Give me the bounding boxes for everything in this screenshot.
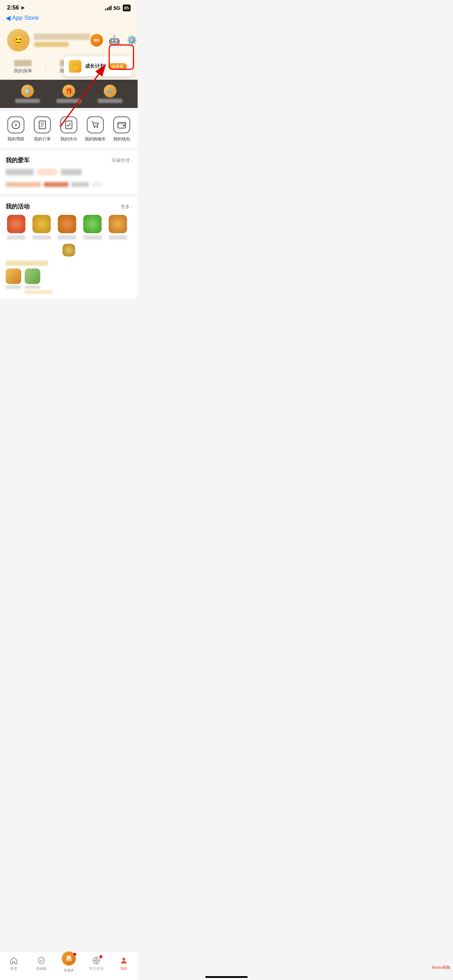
checkin-label: 签到 [94, 38, 100, 42]
car-action-4-blurred [92, 182, 102, 187]
action-todo[interactable]: 我的待办 [56, 116, 82, 142]
banner-text-2-blurred [56, 99, 81, 103]
profile-top: 😊 签到 🤖 ⚙️ [7, 29, 130, 51]
banner-item-2[interactable]: 🎁 [56, 85, 81, 103]
sub-activity-section [6, 261, 132, 294]
activity-icon-2 [32, 215, 51, 233]
sub-item-1[interactable] [6, 269, 21, 294]
bottom-spacer [0, 298, 138, 326]
claims-icon: ¥ [11, 120, 21, 129]
activities-more-chevron: › [130, 204, 132, 209]
banner-text-3-blurred [98, 99, 122, 103]
cart-icon [91, 120, 100, 129]
sub-bar-extra [25, 290, 53, 294]
activity-label-5-blurred [109, 235, 127, 240]
signal-bars [105, 6, 111, 10]
car-more-chevron: › [130, 158, 132, 163]
back-chevron-icon: ◀ [6, 14, 11, 22]
nav-bar: ◀ App Store [0, 13, 138, 25]
tooltip-text-area: 成长计划 [85, 63, 105, 70]
activities-more-label: 更多 [121, 204, 130, 210]
checkin-button[interactable]: 签到 [90, 34, 103, 46]
avatar[interactable]: 😊 [7, 29, 30, 51]
activity-icon-4 [83, 215, 102, 233]
signal-bar-2 [107, 8, 108, 10]
avatar-emoji: 😊 [12, 35, 25, 46]
activity-icon-1 [7, 215, 25, 233]
banner-item-1[interactable]: 🛡️ [15, 85, 40, 103]
car-section-header: 我的爱车 车辆管理 › [6, 156, 132, 164]
sub-icon-1 [6, 269, 21, 284]
activity-item-1[interactable] [6, 215, 27, 240]
action-orders[interactable]: 我的订单 [29, 116, 56, 142]
banner-icon-2: 🎁 [62, 85, 75, 97]
policy-label: 我的保单 [14, 68, 32, 74]
car-extra-blurred [61, 169, 82, 175]
status-right: 5G 85 [105, 5, 130, 11]
cart-icon-wrap [87, 116, 104, 134]
car-tag-blurred [37, 169, 58, 176]
todo-label: 我的待办 [60, 136, 77, 142]
status-bar: 2:56 ➤ 5G 85 [0, 0, 138, 13]
my-activities-section: 我的活动 更多 › [0, 197, 138, 298]
activity-icon-sub [62, 244, 75, 256]
svg-text:¥: ¥ [14, 123, 17, 128]
activity-item-5[interactable] [107, 215, 129, 240]
activity-icon-3 [58, 215, 76, 233]
activity-item-3[interactable] [56, 215, 78, 240]
car-row-1 [6, 169, 132, 176]
cart-label: 我的购物车 [85, 136, 106, 142]
banner-item-3[interactable]: 🔗 [98, 85, 122, 103]
action-claims[interactable]: ¥ 我的理赔 [3, 116, 29, 142]
svg-point-10 [97, 127, 98, 128]
signal-bar-1 [105, 9, 106, 10]
status-time: 2:56 ➤ [7, 4, 25, 11]
profile-section: 😊 签到 🤖 ⚙️ 👋 成长计划 [0, 25, 138, 57]
claims-label: 我的理赔 [7, 136, 24, 142]
sub-items-row [6, 269, 132, 294]
robot-button[interactable]: 🤖 [108, 34, 121, 46]
sub-icon-2 [25, 269, 40, 284]
banner-icon-3: 🔗 [104, 85, 116, 97]
profile-left: 😊 [7, 29, 90, 51]
growth-plan-tooltip[interactable]: 👋 成长计划 去查看 [64, 56, 132, 76]
robot-icon: 🤖 [109, 35, 120, 46]
settings-icon: ⚙️ [127, 35, 137, 45]
profile-tag-blurred [34, 42, 69, 47]
back-label: App Store [12, 14, 39, 22]
todo-icon [64, 120, 73, 129]
hi-emoji: 👋 [71, 62, 80, 70]
tooltip-icon: 👋 [69, 60, 81, 73]
car-model-blurred [6, 169, 34, 175]
action-wallet[interactable]: 我的钱包 [108, 116, 135, 142]
car-row-2 [6, 182, 132, 187]
sub-bar-2 [25, 285, 40, 289]
tooltip-title: 成长计划 [85, 63, 105, 70]
network-type: 5G [114, 5, 121, 11]
sub-bar-1 [6, 285, 21, 289]
claims-icon-wrap: ¥ [7, 116, 24, 134]
activity-item-4[interactable] [82, 215, 103, 240]
activity-label-2-blurred [32, 235, 51, 240]
activities-section-more[interactable]: 更多 › [121, 204, 132, 210]
profile-name-blurred [34, 33, 90, 40]
action-cart[interactable]: 我的购物车 [82, 116, 108, 142]
time-display: 2:56 [7, 4, 19, 11]
back-button[interactable]: ◀ App Store [6, 14, 39, 22]
car-action-2-blurred [44, 182, 68, 187]
settings-button[interactable]: ⚙️ [126, 34, 138, 46]
sub-item-2[interactable] [25, 269, 53, 294]
car-section-more[interactable]: 车辆管理 › [111, 158, 132, 164]
activity-item-sub[interactable] [58, 244, 79, 256]
stat-policy[interactable]: 我的保单 [0, 60, 46, 74]
orders-label: 我的订单 [34, 136, 51, 142]
activities-section-header: 我的活动 更多 › [6, 202, 132, 211]
sub-activity-label-blurred [6, 261, 48, 266]
svg-point-9 [94, 127, 95, 128]
profile-icons: 签到 🤖 ⚙️ [90, 34, 138, 46]
battery-indicator: 85 [123, 5, 130, 11]
activity-item-2[interactable] [31, 215, 52, 240]
wallet-icon-wrap [113, 116, 130, 134]
car-action-1-blurred [6, 182, 41, 187]
tooltip-action-button[interactable]: 去查看 [108, 63, 127, 70]
